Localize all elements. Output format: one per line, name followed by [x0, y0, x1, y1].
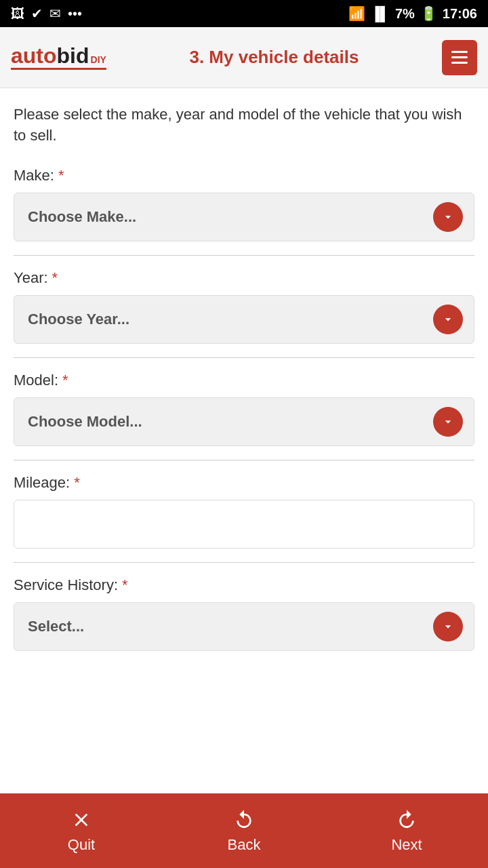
model-required: * — [62, 372, 68, 389]
gallery-icon: 🖼 — [11, 6, 24, 22]
quit-x-icon — [69, 808, 94, 832]
divider-2 — [14, 357, 474, 358]
year-section: Year: * Choose Year... — [14, 269, 474, 344]
divider-1 — [14, 255, 474, 256]
mileage-required: * — [74, 474, 80, 492]
make-required: * — [58, 167, 64, 184]
divider-4 — [14, 562, 474, 563]
make-placeholder: Choose Make... — [28, 208, 136, 226]
model-section: Model: * Choose Model... — [14, 372, 474, 446]
bottom-nav: Quit Back Next — [0, 793, 488, 868]
back-label: Back — [228, 836, 261, 854]
quit-button[interactable]: Quit — [0, 808, 163, 854]
mileage-label: Mileage: * — [14, 474, 474, 492]
year-placeholder: Choose Year... — [28, 311, 129, 328]
logo: autobid DIY — [11, 45, 106, 70]
more-icon: ••• — [68, 6, 82, 22]
signal-icon: ▐▌ — [371, 6, 390, 22]
model-dropdown[interactable]: Choose Model... — [14, 397, 474, 446]
mileage-section: Mileage: * — [14, 474, 474, 549]
service-history-label: Service History: * — [14, 576, 474, 594]
next-icon — [394, 808, 419, 832]
logo-diy: DIY — [91, 54, 106, 65]
page-title: 3. My vehicle details — [106, 47, 442, 68]
service-history-required: * — [122, 576, 128, 594]
instruction-text: Please select the make, year and model o… — [14, 104, 474, 146]
model-chevron-down-icon — [433, 407, 463, 437]
service-history-placeholder: Select... — [28, 618, 84, 635]
back-icon — [232, 808, 256, 832]
year-chevron-down-icon — [433, 304, 463, 334]
status-bar-left: 🖼 ✔ ✉ ••• — [11, 5, 82, 22]
status-bar-right: 📶 ▐▌ 7% 🔋 17:06 — [348, 5, 477, 22]
year-required: * — [52, 269, 58, 287]
next-label: Next — [391, 836, 422, 854]
year-dropdown[interactable]: Choose Year... — [14, 295, 474, 344]
check-icon: ✔ — [31, 5, 43, 22]
battery-level: 7% — [395, 6, 415, 22]
make-section: Make: * Choose Make... — [14, 167, 474, 241]
service-history-chevron-down-icon — [433, 612, 463, 642]
time-display: 17:06 — [443, 6, 477, 22]
battery-icon: 🔋 — [420, 5, 437, 22]
divider-3 — [14, 460, 474, 460]
email-icon: ✉ — [49, 5, 61, 22]
make-dropdown[interactable]: Choose Make... — [14, 193, 474, 241]
model-label: Model: * — [14, 372, 474, 389]
quit-label: Quit — [68, 836, 95, 854]
menu-button[interactable] — [442, 40, 477, 75]
model-placeholder: Choose Model... — [28, 413, 142, 431]
logo-underline — [11, 68, 106, 70]
mileage-input[interactable] — [14, 500, 474, 549]
logo-text: autobid — [11, 45, 89, 66]
make-label: Make: * — [14, 167, 474, 184]
service-history-section: Service History: * Select... — [14, 576, 474, 651]
wifi-icon: 📶 — [348, 5, 365, 22]
service-history-dropdown[interactable]: Select... — [14, 602, 474, 651]
back-button[interactable]: Back — [163, 808, 325, 854]
app-header: autobid DIY 3. My vehicle details — [0, 27, 488, 88]
year-label: Year: * — [14, 269, 474, 287]
make-chevron-down-icon — [433, 202, 463, 232]
main-content: Please select the make, year and model o… — [0, 88, 488, 793]
menu-icon — [451, 51, 468, 64]
next-button[interactable]: Next — [325, 808, 488, 854]
status-bar: 🖼 ✔ ✉ ••• 📶 ▐▌ 7% 🔋 17:06 — [0, 0, 488, 27]
